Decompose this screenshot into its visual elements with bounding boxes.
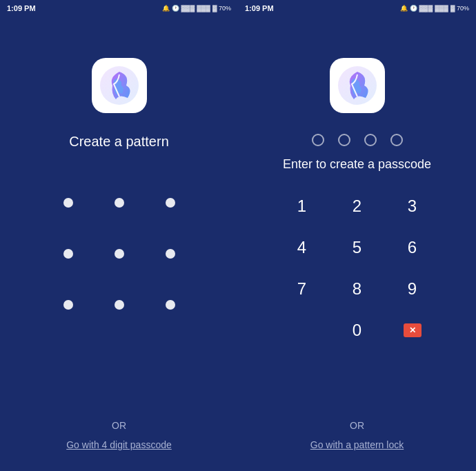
pattern-bottom: OR Go with 4 digit passcode xyxy=(66,420,172,450)
app-logo-2 xyxy=(330,58,385,113)
pattern-dot-1[interactable] xyxy=(63,198,73,208)
key-3[interactable]: 3 xyxy=(385,186,440,227)
go-with-passcode-link[interactable]: Go with 4 digit passcode xyxy=(66,439,172,450)
passcode-dot-1 xyxy=(312,134,324,146)
pattern-dot-7[interactable] xyxy=(63,300,73,310)
signal-icon: ▓▓▓ xyxy=(181,5,195,12)
clock-icon: 🕐 xyxy=(172,5,179,12)
pattern-dot-6[interactable] xyxy=(166,249,175,259)
pattern-lock-screen: 1:09 PM 🔔 🕐 ▓▓▓ ▓▓▓ ▓ 70% Create a patte… xyxy=(0,0,238,471)
go-with-pattern-link[interactable]: Go with a pattern lock xyxy=(310,439,404,450)
alarm-icon: 🔔 xyxy=(162,5,170,12)
battery-icon-2: ▓ 70% xyxy=(450,5,469,12)
pattern-dot-8[interactable] xyxy=(115,300,124,310)
key-7[interactable]: 7 xyxy=(275,268,330,310)
numpad: 1 2 3 4 5 6 7 8 9 0 ✕ xyxy=(275,186,440,351)
battery-icon: ▓ 70% xyxy=(212,5,231,12)
app-logo-svg-2 xyxy=(337,65,378,106)
status-bar-2: 1:09 PM 🔔 🕐 ▓▓▓ ▓▓▓ ▓ 70% xyxy=(238,0,476,17)
key-backspace[interactable]: ✕ xyxy=(385,310,440,351)
passcode-dot-4 xyxy=(390,134,403,146)
clock-icon-2: 🕐 xyxy=(410,5,417,12)
status-bar-1: 1:09 PM 🔔 🕐 ▓▓▓ ▓▓▓ ▓ 70% xyxy=(0,0,238,17)
pattern-dot-9[interactable] xyxy=(166,300,175,310)
key-5[interactable]: 5 xyxy=(330,227,385,268)
signal-icon-2: ▓▓▓ xyxy=(419,5,433,12)
passcode-title: Enter to create a passcode xyxy=(283,157,431,172)
key-0[interactable]: 0 xyxy=(330,310,385,351)
status-time-1: 1:09 PM xyxy=(7,4,36,12)
wifi-icon: ▓▓▓ xyxy=(197,5,210,12)
passcode-dot-3 xyxy=(364,134,377,146)
passcode-screen: 1:09 PM 🔔 🕐 ▓▓▓ ▓▓▓ ▓ 70% xyxy=(238,0,476,471)
key-empty xyxy=(275,310,330,351)
passcode-dots-container xyxy=(312,134,403,146)
app-logo-1 xyxy=(92,58,147,113)
status-time-2: 1:09 PM xyxy=(245,4,274,12)
pattern-dot-4[interactable] xyxy=(63,249,73,259)
key-6[interactable]: 6 xyxy=(385,227,440,268)
passcode-or-label: OR xyxy=(350,420,364,431)
passcode-dot-2 xyxy=(338,134,350,146)
key-4[interactable]: 4 xyxy=(275,227,330,268)
key-1[interactable]: 1 xyxy=(275,186,330,227)
backspace-icon: ✕ xyxy=(404,323,422,337)
pattern-title: Create a pattern xyxy=(69,134,169,150)
status-icons-2: 🔔 🕐 ▓▓▓ ▓▓▓ ▓ 70% xyxy=(400,5,469,12)
pattern-dot-5[interactable] xyxy=(115,249,124,259)
passcode-bottom: OR Go with a pattern lock xyxy=(310,420,404,450)
alarm-icon-2: 🔔 xyxy=(400,5,408,12)
key-2[interactable]: 2 xyxy=(330,186,385,227)
app-logo-svg-1 xyxy=(99,65,140,106)
status-icons-1: 🔔 🕐 ▓▓▓ ▓▓▓ ▓ 70% xyxy=(162,5,231,12)
pattern-dot-3[interactable] xyxy=(166,198,175,208)
wifi-icon-2: ▓▓▓ xyxy=(435,5,448,12)
pattern-grid xyxy=(36,184,203,323)
key-8[interactable]: 8 xyxy=(330,268,385,310)
pattern-dot-2[interactable] xyxy=(115,198,124,208)
key-9[interactable]: 9 xyxy=(385,268,440,310)
pattern-or-label: OR xyxy=(112,420,126,431)
